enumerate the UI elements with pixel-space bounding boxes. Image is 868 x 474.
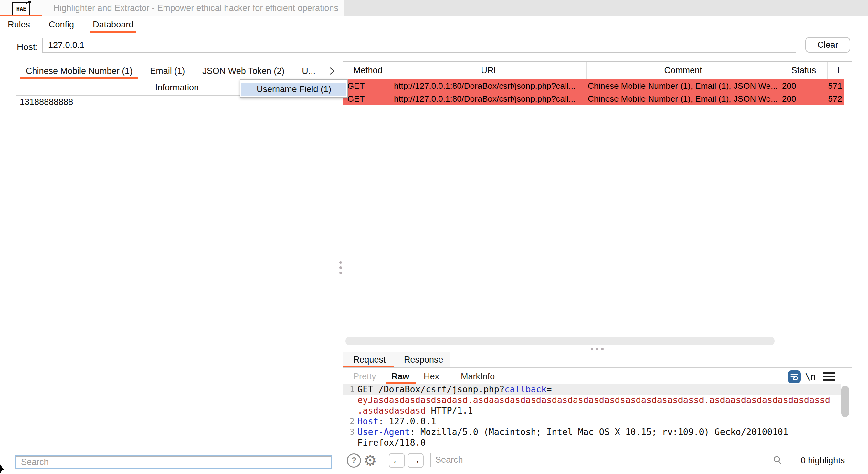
highlights-count: 0 highlights bbox=[794, 450, 851, 471]
code-line: 1 GET /DoraBox/csrf/jsonp.php?callback= bbox=[343, 384, 840, 395]
word-wrap-icon bbox=[790, 372, 799, 381]
cell-comment: Chinese Mobile Number (1), Email (1), JS… bbox=[587, 94, 780, 104]
line-number: 1 bbox=[343, 384, 358, 394]
chevron-right-icon[interactable] bbox=[327, 66, 337, 76]
hamburger-menu-icon[interactable] bbox=[824, 369, 835, 384]
title-bar: HAE Highlighter and Extractor - Empower … bbox=[0, 0, 868, 17]
cell-length: 572 bbox=[828, 94, 844, 104]
cell-method: GET bbox=[343, 81, 393, 91]
cell-status: 200 bbox=[780, 81, 828, 91]
editor-search-field bbox=[430, 453, 786, 467]
code-keyword: User-Agent bbox=[358, 427, 410, 437]
code-keyword: Host bbox=[358, 416, 378, 426]
vertical-splitter-handle[interactable] bbox=[339, 261, 342, 274]
editor-search-input[interactable] bbox=[430, 453, 786, 467]
search-icon bbox=[773, 455, 782, 466]
traffic-panel: Method URL Comment Status L GET http://1… bbox=[343, 61, 852, 474]
code-line: 2 Host: 127.0.0.1 bbox=[343, 416, 840, 427]
code-text: = bbox=[547, 384, 552, 394]
newline-toggle-button[interactable]: \n bbox=[805, 369, 816, 384]
tab-pretty[interactable]: Pretty bbox=[353, 369, 376, 384]
code-text: : Mozilla/5.0 (Macintosh; Intel Mac OS X… bbox=[410, 427, 788, 437]
dropdown-item-username-field[interactable]: Username Field (1) bbox=[241, 83, 346, 96]
mouse-cursor bbox=[0, 464, 6, 474]
next-match-button[interactable]: → bbox=[407, 453, 424, 468]
cell-length: 571 bbox=[828, 81, 844, 91]
previous-match-button[interactable]: ← bbox=[389, 453, 405, 468]
hae-extension-window: HAE Highlighter and Extractor - Empower … bbox=[0, 0, 868, 474]
line-number: 2 bbox=[343, 416, 358, 426]
table-row[interactable]: GET http://127.0.0.1:80/DoraBox/csrf/jso… bbox=[343, 79, 844, 92]
tab-username-field-truncated[interactable]: U... bbox=[296, 63, 321, 79]
word-wrap-toggle-button[interactable] bbox=[788, 370, 801, 383]
editor-search-bar: ? ⚙ ← → 0 highlights bbox=[343, 450, 851, 474]
column-header-comment[interactable]: Comment bbox=[587, 62, 780, 79]
host-label: Host: bbox=[17, 33, 38, 62]
cell-url: http://127.0.0.1:80/DoraBox/csrf/jsonp.p… bbox=[393, 94, 587, 104]
tab-rules[interactable]: Rules bbox=[5, 16, 33, 33]
code-line: .asdasdasdasd HTTP/1.1 bbox=[343, 405, 840, 416]
results-table-header: Method URL Comment Status L bbox=[343, 62, 851, 79]
column-header-method[interactable]: Method bbox=[343, 62, 393, 79]
column-header-length[interactable]: L bbox=[828, 62, 851, 79]
cell-url: http://127.0.0.1:80/DoraBox/csrf/jsonp.p… bbox=[393, 81, 587, 91]
main-tab-bar: Rules Config Databoard bbox=[0, 16, 868, 33]
code-keyword: callback bbox=[504, 384, 547, 394]
hae-logo-icon[interactable]: HAE bbox=[12, 2, 30, 16]
tab-json-web-token[interactable]: JSON Web Token (2) bbox=[196, 63, 290, 79]
cell-status: 200 bbox=[780, 94, 828, 104]
column-header-url[interactable]: URL bbox=[393, 62, 587, 79]
code-line: Firefox/118.0 bbox=[343, 437, 840, 448]
hae-logo-pixel bbox=[26, 3, 27, 4]
tab-markinfo[interactable]: MarkInfo bbox=[461, 369, 495, 384]
code-value: .asdasdasdasd bbox=[358, 406, 426, 415]
tab-response[interactable]: Response bbox=[404, 352, 443, 367]
active-message-tab-indicator bbox=[343, 366, 394, 367]
code-line: 3 User-Agent: Mozilla/5.0 (Macintosh; In… bbox=[343, 427, 840, 437]
cell-comment: Chinese Mobile Number (1), Email (1), JS… bbox=[587, 81, 780, 91]
code-text: GET /DoraBox/csrf/jsonp.php? bbox=[358, 384, 504, 394]
view-mode-tab-bar: Pretty Raw Hex MarkInfo \n bbox=[343, 369, 851, 384]
help-icon[interactable]: ? bbox=[347, 453, 361, 468]
information-search-input[interactable] bbox=[16, 456, 331, 468]
vertical-scrollbar[interactable] bbox=[841, 386, 849, 417]
code-line: eyJasdasdasdasdsadasd.asdaasdasdasdasdas… bbox=[343, 395, 840, 405]
message-tab-bar: Request Response bbox=[343, 352, 851, 368]
line-number: 3 bbox=[343, 427, 358, 437]
horizontal-scrollbar[interactable] bbox=[345, 337, 775, 345]
tab-request[interactable]: Request bbox=[353, 352, 386, 367]
code-value: eyJasdasdasdasdsadasd.asdaasdasdasdasdas… bbox=[358, 395, 830, 405]
clear-button[interactable]: Clear bbox=[805, 37, 850, 53]
code-text: : 127.0.0.1 bbox=[378, 416, 436, 426]
tab-databoard[interactable]: Databoard bbox=[90, 16, 136, 33]
column-header-status[interactable]: Status bbox=[780, 62, 828, 79]
code-text: HTTP/1.1 bbox=[426, 406, 473, 415]
tab-config[interactable]: Config bbox=[46, 16, 76, 33]
information-table: Information 13188888888 bbox=[16, 80, 338, 453]
host-input[interactable] bbox=[42, 38, 796, 53]
code-text: Firefox/118.0 bbox=[358, 438, 426, 447]
hae-logo-text: HAE bbox=[17, 6, 27, 12]
data-type-tab-bar: Chinese Mobile Number (1) Email (1) JSON… bbox=[16, 63, 343, 79]
tab-hex[interactable]: Hex bbox=[424, 369, 439, 384]
request-editor[interactable]: 1 GET /DoraBox/csrf/jsonp.php?callback= … bbox=[343, 384, 851, 450]
cell-method: GET bbox=[343, 94, 393, 104]
extension-title: Highlighter and Extractor - Empower ethi… bbox=[53, 0, 338, 16]
tab-email[interactable]: Email (1) bbox=[144, 63, 191, 79]
title-bar-background bbox=[344, 0, 868, 16]
horizontal-splitter-handle[interactable] bbox=[591, 347, 603, 350]
tab-overflow-dropdown: Username Field (1) bbox=[240, 79, 348, 98]
hae-logo-pixel bbox=[28, 1, 31, 3]
panel-divider bbox=[343, 346, 851, 346]
tab-chinese-mobile-number[interactable]: Chinese Mobile Number (1) bbox=[20, 63, 138, 79]
table-row[interactable]: 13188888888 bbox=[16, 96, 338, 108]
table-row[interactable]: GET http://127.0.0.1:80/DoraBox/csrf/jso… bbox=[343, 92, 844, 105]
gear-icon[interactable]: ⚙ bbox=[364, 450, 377, 470]
